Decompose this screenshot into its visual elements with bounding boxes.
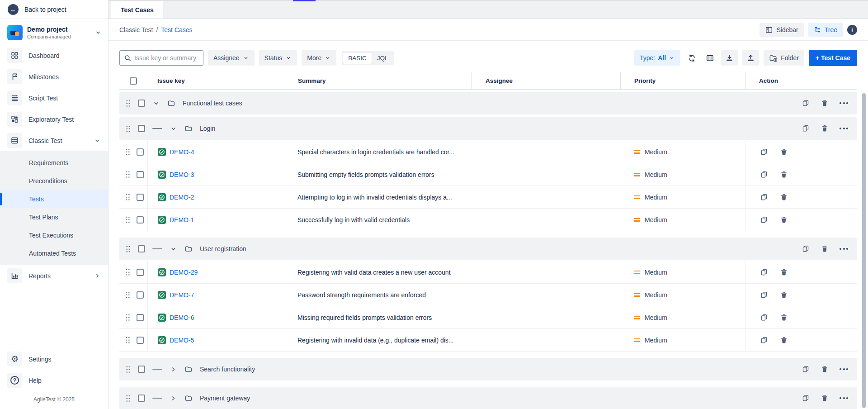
mode-jql[interactable]: JQL — [372, 52, 393, 64]
row-checkbox[interactable] — [137, 171, 144, 178]
sidebar-item-preconditions[interactable]: Preconditions — [0, 172, 108, 190]
chevron-right-icon[interactable] — [170, 366, 177, 373]
more-icon[interactable] — [840, 102, 848, 104]
import-button[interactable] — [721, 50, 738, 66]
sidebar-item-requirements[interactable]: Requirements — [0, 154, 108, 172]
copy-icon[interactable] — [760, 314, 768, 322]
copy-icon[interactable] — [760, 291, 768, 299]
more-filter-dropdown[interactable]: More — [302, 50, 336, 66]
issue-key-link[interactable]: DEMO-3 — [170, 171, 194, 178]
row-checkbox[interactable] — [137, 216, 144, 224]
copy-icon[interactable] — [760, 216, 768, 224]
tab-test-cases[interactable]: Test Cases — [111, 1, 163, 19]
column-header-summary[interactable]: Summary — [286, 72, 472, 89]
trash-icon[interactable] — [780, 171, 788, 179]
folder-name[interactable]: Search functionality — [200, 366, 255, 373]
drag-handle-icon[interactable] — [125, 314, 130, 321]
issue-key-link[interactable]: DEMO-7 — [170, 291, 194, 299]
sidebar-item-milestones[interactable]: Milestones — [0, 66, 108, 87]
more-icon[interactable] — [840, 368, 848, 370]
row-checkbox[interactable] — [137, 194, 144, 201]
new-test-case-button[interactable]: + Test Case — [809, 50, 857, 66]
drag-handle-icon[interactable] — [125, 171, 130, 178]
copy-icon[interactable] — [802, 245, 810, 253]
issue-key-link[interactable]: DEMO-4 — [170, 148, 194, 156]
trash-icon[interactable] — [780, 193, 788, 201]
column-header-assignee[interactable]: Assignee — [472, 72, 620, 89]
sidebar-item-automated-tests[interactable]: Automated Tests — [0, 244, 108, 262]
row-checkbox[interactable] — [137, 314, 144, 321]
row-checkbox[interactable] — [137, 148, 144, 156]
mode-basic[interactable]: BASIC — [343, 52, 372, 64]
row-checkbox[interactable] — [138, 395, 145, 402]
project-selector[interactable]: Demo project Company-managed — [0, 19, 108, 45]
new-folder-button[interactable]: Folder — [764, 50, 804, 66]
row-checkbox[interactable] — [137, 269, 144, 276]
trash-icon[interactable] — [780, 268, 788, 276]
trash-icon[interactable] — [780, 291, 788, 299]
copy-icon[interactable] — [802, 365, 810, 373]
more-icon[interactable] — [840, 397, 848, 399]
chevron-down-icon[interactable] — [170, 245, 177, 253]
more-icon[interactable] — [840, 128, 848, 129]
copy-icon[interactable] — [760, 171, 768, 179]
copy-icon[interactable] — [802, 124, 810, 133]
copy-icon[interactable] — [760, 193, 768, 201]
issue-key-link[interactable]: DEMO-29 — [170, 269, 198, 276]
sidebar-item-script-test[interactable]: Script Test — [0, 87, 108, 109]
drag-handle-icon[interactable] — [126, 245, 131, 253]
trash-icon[interactable] — [780, 216, 788, 224]
trash-icon[interactable] — [821, 365, 829, 373]
chevron-down-icon[interactable] — [170, 125, 177, 133]
info-icon[interactable]: i — [847, 25, 857, 35]
refresh-button[interactable] — [685, 50, 698, 66]
type-filter-dropdown[interactable]: Type: All — [634, 50, 680, 66]
folder-name[interactable]: Payment gateway — [200, 395, 250, 402]
columns-button[interactable] — [703, 50, 717, 66]
tree-view-button[interactable]: Tree — [808, 23, 843, 37]
breadcrumb-current[interactable]: Test Cases — [161, 26, 192, 33]
vertical-scrollbar[interactable] — [862, 93, 866, 408]
folder-name[interactable]: Login — [200, 125, 215, 132]
sidebar-item-classic-test[interactable]: Classic Test — [0, 130, 108, 151]
drag-handle-icon[interactable] — [125, 193, 130, 201]
drag-handle-icon[interactable] — [126, 395, 131, 402]
search-input[interactable] — [134, 54, 199, 62]
row-checkbox[interactable] — [138, 100, 145, 107]
issue-key-link[interactable]: DEMO-6 — [170, 314, 194, 321]
trash-icon[interactable] — [780, 314, 788, 322]
row-checkbox[interactable] — [137, 291, 144, 299]
folder-name[interactable]: Functional test cases — [183, 100, 242, 107]
sidebar-item-test-executions[interactable]: Test Executions — [0, 226, 108, 244]
copy-icon[interactable] — [760, 268, 768, 276]
drag-handle-icon[interactable] — [125, 148, 130, 156]
sidebar-item-help[interactable]: ? Help — [0, 370, 108, 391]
drag-handle-icon[interactable] — [125, 216, 130, 224]
assignee-filter-dropdown[interactable]: Assignee — [208, 50, 255, 66]
issue-key-link[interactable]: DEMO-1 — [170, 216, 194, 224]
drag-handle-icon[interactable] — [125, 268, 130, 276]
sidebar-item-dashboard[interactable]: Dashboard — [0, 45, 108, 66]
drag-handle-icon[interactable] — [125, 336, 130, 344]
sidebar-item-reports[interactable]: Reports — [0, 265, 108, 286]
export-button[interactable] — [742, 50, 759, 66]
trash-icon[interactable] — [780, 148, 788, 156]
breadcrumb-parent[interactable]: Classic Test — [119, 26, 153, 33]
sidebar-item-tests[interactable]: Tests — [0, 190, 108, 208]
select-all-checkbox[interactable] — [130, 77, 137, 85]
sidebar-item-settings[interactable]: ⚙ Settings — [0, 348, 108, 370]
back-to-project[interactable]: ← Back to project — [0, 0, 108, 19]
sidebar-item-exploratory-test[interactable]: Exploratory Test — [0, 109, 108, 130]
trash-icon[interactable] — [821, 245, 829, 253]
row-checkbox[interactable] — [138, 125, 145, 132]
column-header-priority[interactable]: Priority — [620, 72, 745, 89]
row-checkbox[interactable] — [138, 245, 145, 252]
issue-key-link[interactable]: DEMO-5 — [170, 337, 194, 344]
copy-icon[interactable] — [760, 148, 768, 156]
trash-icon[interactable] — [780, 336, 788, 344]
issue-key-link[interactable]: DEMO-2 — [170, 194, 194, 201]
drag-handle-icon[interactable] — [126, 366, 131, 373]
chevron-right-icon[interactable] — [170, 395, 177, 402]
drag-handle-icon[interactable] — [126, 125, 131, 133]
column-header-action[interactable]: Action — [745, 72, 857, 89]
